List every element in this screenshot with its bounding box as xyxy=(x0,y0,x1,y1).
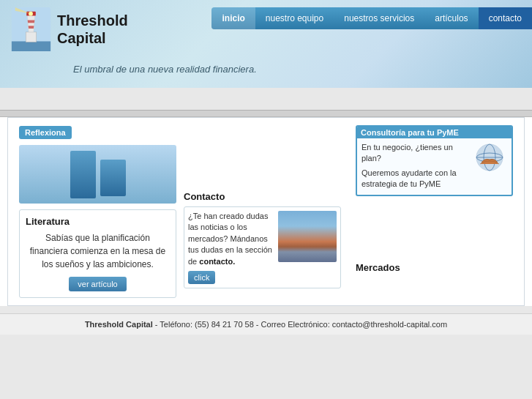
footer: Threshold Capital - Teléfono: (55) 84 21… xyxy=(0,313,532,335)
content-grid: Reflexiona Literatura Sabías que la plan… xyxy=(7,117,525,306)
svg-point-8 xyxy=(29,12,33,16)
svg-rect-1 xyxy=(12,41,50,51)
ver-articulo-button[interactable]: ver artículo xyxy=(69,277,126,291)
consultoria-title: Consultoría para tu PyME xyxy=(357,127,512,138)
header: Threshold Capital inicio nuestro equipo … xyxy=(0,0,532,88)
nav-nuestro-equipo[interactable]: nuestro equipo xyxy=(255,7,334,29)
middle-column: Contacto ¿Te han creado dudas las notici… xyxy=(176,125,348,298)
svg-rect-2 xyxy=(26,32,37,42)
nav-articulos[interactable]: artículos xyxy=(424,7,478,29)
brand-name: Threshold Capital xyxy=(57,12,128,47)
contacto-text: ¿Te han creado dudas las noticias o los … xyxy=(188,211,274,267)
bridge-image xyxy=(278,211,337,262)
consultoria-inner: En tu negocio, ¿tienes un plan? Queremos… xyxy=(361,142,507,190)
nav-contacto[interactable]: contacto xyxy=(479,7,532,29)
blue-rect-2 xyxy=(100,160,126,196)
consultoria-text: En tu negocio, ¿tienes un plan? Queremos… xyxy=(361,142,471,190)
world-svg xyxy=(474,142,505,173)
footer-text: - Teléfono: (55) 84 21 70 58 - Correo El… xyxy=(153,320,447,329)
nav-nuestros-servicios[interactable]: nuestros servicios xyxy=(334,7,424,29)
nav-bar: inicio nuestro equipo nuestros servicios… xyxy=(211,7,532,29)
right-column: Consultoría para tu PyME En tu negocio, … xyxy=(348,125,513,298)
left-column: Reflexiona Literatura Sabías que la plan… xyxy=(19,125,176,298)
contacto-inner: ¿Te han creado dudas las noticias o los … xyxy=(188,211,337,284)
logo-area: Threshold Capital xyxy=(0,0,139,59)
svg-marker-4 xyxy=(28,20,35,23)
blue-rect-1 xyxy=(70,151,96,198)
lighthouse-icon xyxy=(11,7,51,51)
header-tagline: El umbral de una nueva realidad financie… xyxy=(73,64,257,75)
nav-inicio[interactable]: inicio xyxy=(211,7,255,29)
main-content: Reflexiona Literatura Sabías que la plan… xyxy=(0,117,532,306)
globe-icon xyxy=(474,142,507,176)
contacto-text-area: ¿Te han creado dudas las noticias o los … xyxy=(188,211,274,284)
reflexiona-badge: Reflexiona xyxy=(19,126,72,139)
contacto-section: ¿Te han creado dudas las noticias o los … xyxy=(184,206,341,288)
mercados-title: Mercados xyxy=(356,262,513,273)
contacto-title: Contacto xyxy=(184,191,341,202)
literatura-section: Literatura Sabías que la planificación f… xyxy=(19,209,176,298)
footer-brand: Threshold Capital xyxy=(85,320,153,329)
contacto-image xyxy=(278,211,337,262)
literatura-text: Sabías que la planificación financiera c… xyxy=(26,231,170,271)
reflexiona-image xyxy=(19,145,176,204)
literatura-title: Literatura xyxy=(26,216,170,227)
separator xyxy=(0,110,532,117)
svg-marker-5 xyxy=(29,26,34,29)
svg-marker-3 xyxy=(27,15,35,32)
click-button[interactable]: click xyxy=(188,271,215,284)
consultoria-box: Consultoría para tu PyME En tu negocio, … xyxy=(356,125,513,196)
